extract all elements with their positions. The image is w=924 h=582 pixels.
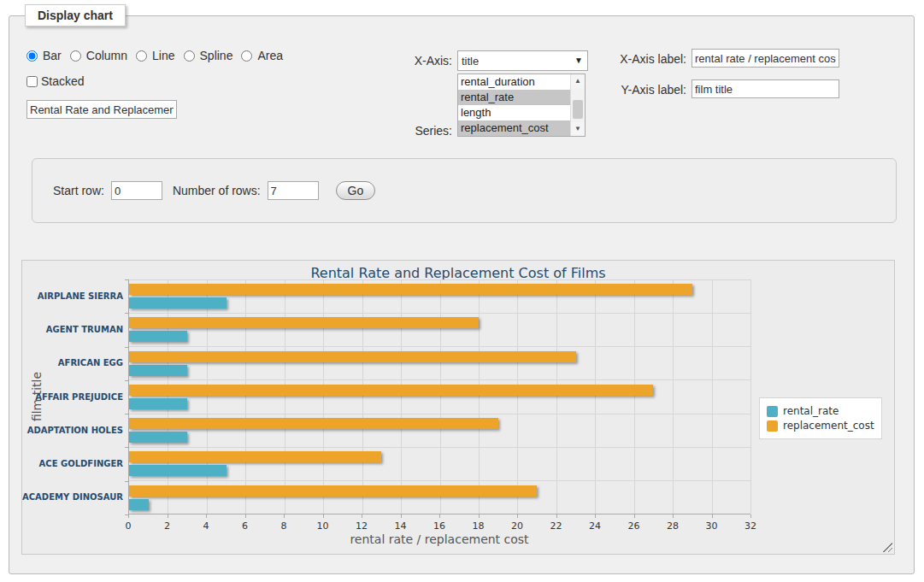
x-axis-label-input[interactable]: [692, 49, 839, 68]
bar-replacement_cost-adaptation-holes[interactable]: [129, 418, 498, 429]
x-axis-select-label: X-Axis:: [385, 54, 452, 68]
legend-label: replacement_cost: [783, 420, 874, 432]
bar-rental_rate-airplane-sierra[interactable]: [129, 297, 227, 309]
category-label: ACADEMY DINOSAUR: [22, 492, 123, 502]
bar-replacement_cost-airplane-sierra[interactable]: [129, 284, 692, 295]
x-tick-label: 28: [656, 520, 690, 532]
gridline-vertical: [517, 279, 518, 514]
gridline-vertical: [673, 279, 674, 514]
x-tick-label: 16: [422, 520, 456, 532]
y-axis-tick: [125, 313, 128, 314]
y-axis-tick: [125, 414, 128, 414]
x-axis-tick: [128, 514, 129, 518]
y-axis-tick: [125, 347, 128, 348]
chart-type-radio-bar[interactable]: [26, 50, 38, 62]
bar-rental_rate-african-egg[interactable]: [129, 365, 187, 376]
legend-swatch-replacement_cost: [767, 420, 778, 432]
x-tick-label: 20: [500, 520, 534, 532]
stacked-label: Stacked: [41, 74, 85, 88]
scroll-up-icon[interactable]: ▲: [571, 74, 585, 88]
y-axis-tick: [125, 481, 128, 482]
chart-type-label-spline: Spline: [200, 49, 233, 62]
stacked-checkbox[interactable]: [26, 76, 38, 87]
chart-type-label-bar: Bar: [43, 49, 62, 62]
x-axis-label-label: X-Axis label:: [608, 52, 686, 66]
resize-grip-icon[interactable]: [881, 541, 892, 552]
series-scrollbar[interactable]: ▲ ▼: [570, 74, 585, 136]
bar-rental_rate-ace-goldfinger[interactable]: [129, 465, 227, 476]
series-option-rental_rate[interactable]: rental_rate: [458, 90, 570, 105]
bar-replacement_cost-ace-goldfinger[interactable]: [129, 451, 381, 462]
x-axis-tick: [362, 514, 362, 518]
go-button[interactable]: Go: [336, 181, 376, 200]
legend-item-rental_rate[interactable]: rental_rate: [767, 405, 874, 417]
chart-type-radio-line[interactable]: [136, 50, 147, 62]
plot-area: [128, 279, 750, 514]
bar-replacement_cost-affair-prejudice[interactable]: [129, 385, 653, 396]
bar-replacement_cost-african-egg[interactable]: [129, 351, 576, 362]
x-axis-tick: [673, 514, 674, 518]
category-label: ACE GOLDFINGER: [22, 459, 123, 468]
row-range-box: Start row: Number of rows: Go: [32, 158, 897, 223]
gridline-vertical: [750, 279, 751, 514]
y-axis-tick: [125, 279, 128, 280]
scrollbar-thumb[interactable]: [573, 100, 583, 119]
start-row-input[interactable]: [111, 181, 162, 200]
series-option-length[interactable]: length: [458, 105, 570, 121]
bar-replacement_cost-agent-truman[interactable]: [129, 317, 479, 328]
x-axis-tick: [750, 514, 751, 518]
chart-legend: rental_ratereplacement_cost: [759, 397, 882, 439]
stacked-checkbox-row: Stacked: [26, 74, 85, 88]
series-select[interactable]: rental_durationrental_ratelengthreplacem…: [457, 73, 586, 137]
gridline-vertical: [634, 279, 635, 514]
number-of-rows-input[interactable]: [268, 181, 319, 200]
bar-rental_rate-agent-truman[interactable]: [129, 331, 187, 342]
chart-type-radio-group: BarColumnLineSplineArea: [26, 49, 288, 62]
gridline-vertical: [479, 279, 480, 514]
legend-item-replacement_cost[interactable]: replacement_cost: [767, 420, 874, 432]
x-axis-tick: [634, 514, 635, 518]
x-tick-label: 10: [306, 520, 340, 532]
x-tick-label: 0: [111, 520, 145, 532]
chart-type-label-line: Line: [152, 49, 174, 62]
gridline-vertical: [556, 279, 557, 514]
chart-type-radio-spline[interactable]: [184, 50, 195, 62]
panel-legend: Display chart: [25, 4, 126, 26]
chart-title-input[interactable]: [26, 100, 177, 119]
bar-rental_rate-academy-dinosaur[interactable]: [129, 499, 149, 510]
category-label: ADAPTATION HOLES: [22, 426, 123, 435]
gridline-horizontal: [129, 379, 750, 380]
legend-label: rental_rate: [783, 405, 839, 417]
bar-rental_rate-affair-prejudice[interactable]: [129, 398, 187, 409]
x-axis-tick: [168, 514, 168, 518]
gridline-horizontal: [129, 313, 750, 314]
display-chart-panel: Display chart BarColumnLineSplineArea St…: [9, 15, 915, 574]
y-axis-label-input[interactable]: [692, 79, 839, 98]
x-axis-tick: [479, 514, 480, 518]
x-tick-label: 26: [617, 520, 651, 532]
x-axis-tick: [439, 514, 440, 518]
start-row-label: Start row:: [53, 184, 104, 197]
y-axis-tick: [125, 380, 128, 381]
category-label: AIRPLANE SIERRA: [22, 291, 123, 301]
series-option-replacement_cost[interactable]: replacement_cost: [458, 121, 570, 136]
x-axis-tick: [401, 514, 402, 518]
category-label: AFRICAN EGG: [22, 358, 123, 367]
gridline-vertical: [595, 279, 596, 514]
bar-rental_rate-adaptation-holes[interactable]: [129, 432, 187, 443]
x-axis-tick: [556, 514, 557, 518]
x-axis-select[interactable]: title ▼: [457, 50, 588, 71]
x-tick-label: 32: [733, 520, 768, 532]
gridline-vertical: [712, 279, 713, 514]
x-tick-label: 12: [344, 520, 379, 532]
row-range-controls: Start row: Number of rows: Go: [53, 181, 375, 200]
chart-type-radio-column[interactable]: [70, 50, 81, 62]
gridline-vertical: [323, 279, 324, 514]
bar-replacement_cost-academy-dinosaur[interactable]: [129, 485, 537, 497]
series-option-rental_duration[interactable]: rental_duration: [458, 74, 570, 90]
category-label: AFFAIR PREJUDICE: [22, 392, 123, 402]
scroll-down-icon[interactable]: ▼: [571, 122, 585, 136]
x-axis-title: rental rate / replacement cost: [128, 532, 750, 546]
y-axis-label-label: Y-Axis label:: [608, 83, 686, 97]
chart-type-radio-area[interactable]: [241, 50, 252, 62]
